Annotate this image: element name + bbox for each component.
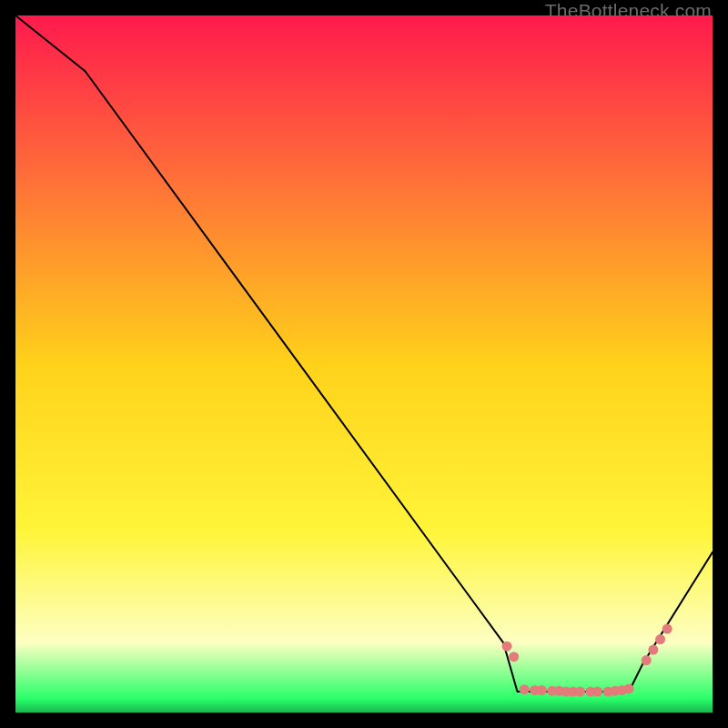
highlight-dot <box>502 642 512 652</box>
highlight-dot <box>642 655 652 665</box>
chart-stage: TheBottleneck.com <box>0 0 728 728</box>
bottleneck-plot <box>15 15 713 713</box>
highlight-dot <box>575 687 585 697</box>
highlight-dot <box>537 685 547 695</box>
highlight-dot <box>509 652 519 662</box>
highlight-dot <box>592 687 602 697</box>
highlight-dot <box>520 684 530 694</box>
highlight-dot <box>655 634 665 644</box>
highlight-dot <box>648 645 658 655</box>
highlight-dot <box>624 683 634 693</box>
highlight-dot <box>662 624 672 634</box>
